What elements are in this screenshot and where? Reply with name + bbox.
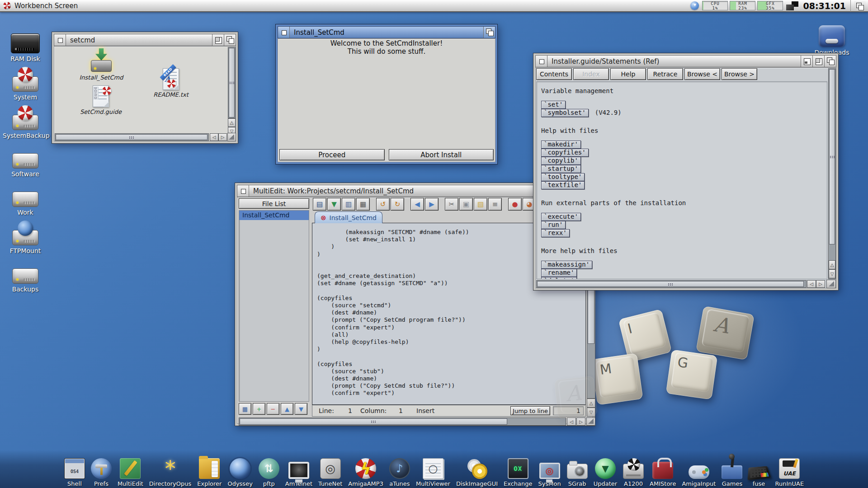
scrollbar-thumb[interactable]	[229, 48, 235, 117]
toolbar-macro-record-button[interactable]: ●	[508, 198, 522, 211]
close-gadget[interactable]	[54, 34, 66, 46]
guide-titlebar[interactable]: Installer.guide/Statements (Ref)	[535, 55, 836, 67]
guide-nav-browse-button[interactable]: Browse <	[684, 68, 720, 80]
panel-up-button[interactable]: ▲	[281, 403, 293, 415]
depth-gadget[interactable]	[483, 27, 495, 38]
toolbar-stats-button[interactable]: ≡	[488, 198, 502, 211]
abort-install-button[interactable]: Abort Install	[389, 149, 494, 160]
close-gadget[interactable]	[237, 185, 249, 197]
guide-link-rexx[interactable]: `rexx'	[541, 229, 570, 237]
close-gadget[interactable]	[536, 56, 547, 67]
dock-item-runinuae[interactable]: UAERunInUAE	[775, 458, 804, 487]
scroll-down-arrow[interactable]	[829, 269, 835, 278]
depth-gadget[interactable]	[224, 34, 236, 46]
tab-close-icon[interactable]	[321, 214, 326, 222]
toolbar-print-button[interactable]: ▦	[356, 198, 370, 211]
dock-item-amigaamp3[interactable]: ϟAmigaAMP3	[348, 458, 383, 487]
dock-item-odyssey[interactable]: Odyssey	[227, 458, 252, 487]
dock-item-multiedit[interactable]: MultiEdit	[118, 458, 143, 487]
scroll-left-arrow[interactable]	[210, 133, 218, 141]
desktop-icon-work[interactable]: Work	[3, 183, 48, 216]
panel-window-button[interactable]: ▦	[239, 403, 251, 415]
editor-horizontal-scrollbar[interactable]	[239, 418, 566, 426]
scrollbar-thumb[interactable]	[537, 281, 804, 287]
jump-to-line-button[interactable]: Jump to line	[510, 406, 550, 415]
close-gadget[interactable]	[278, 27, 290, 38]
screen-swap-icon[interactable]	[786, 1, 798, 10]
dock-item-shell[interactable]: OS4Shell	[64, 458, 85, 487]
dock-item-games[interactable]: Games	[722, 459, 742, 487]
file-list-item-install-setcmd[interactable]: Install_SetCmd	[239, 211, 309, 220]
dock-item-explorer[interactable]: Explorer	[197, 458, 222, 487]
horizontal-scrollbar[interactable]	[536, 280, 807, 288]
dock-item-diskimagegui[interactable]: DiskImageGUI	[456, 458, 498, 487]
dock-item-amtelnet[interactable]: AmTelnet	[285, 461, 312, 487]
proceed-button[interactable]: Proceed	[279, 149, 385, 160]
scroll-left-arrow[interactable]	[807, 280, 816, 288]
panel-remove-button[interactable]: −	[267, 403, 279, 415]
vertical-scrollbar[interactable]	[228, 47, 236, 118]
toolbar-redo-button[interactable]: ↻	[391, 198, 404, 211]
zoom-gadget[interactable]	[212, 34, 224, 46]
dock-item-prefs[interactable]: Prefs	[91, 458, 112, 487]
toolbar-cut-button[interactable]: ✂	[445, 198, 458, 211]
toolbar-open-file-button[interactable]: ▼	[327, 198, 341, 211]
toolbar-save-file-button[interactable]: ▥	[342, 198, 355, 211]
dock-item-atunes[interactable]: ♪aTunes	[389, 458, 410, 487]
scrollbar-thumb[interactable]	[240, 418, 507, 425]
guide-nav-browse-button[interactable]: Browse >	[722, 68, 757, 80]
guide-link-delete[interactable]: `delete'	[541, 277, 577, 279]
dock-item-sysmon[interactable]: ◎SysMon	[538, 462, 561, 487]
guide-nav-contents-button[interactable]: Contents	[536, 68, 572, 80]
dock-item-a1200[interactable]: A1200	[623, 460, 644, 487]
file-icon-install-setcmd[interactable]: Install_SetCmd	[76, 48, 126, 81]
editor-tab[interactable]: Install_SetCmd	[315, 211, 382, 223]
zoom-gadget[interactable]	[812, 56, 824, 67]
guide-nav-help-button[interactable]: Help	[610, 68, 646, 80]
toolbar-nav-back-button[interactable]: ◀	[410, 198, 424, 211]
toolbar-undo-button[interactable]: ↺	[376, 198, 390, 211]
dock-item-multiviewer[interactable]: ○MultiViewer	[416, 458, 450, 487]
file-icon-setcmd-guide[interactable]: GUIDESetCmd.guide	[76, 85, 126, 115]
horizontal-scrollbar[interactable]	[55, 133, 209, 141]
scrollbar-thumb[interactable]	[829, 69, 835, 244]
toolbar-new-file-button[interactable]: ▤	[313, 198, 326, 211]
depth-gadget[interactable]	[824, 56, 836, 67]
panel-add-button[interactable]: +	[253, 403, 265, 415]
desktop-icon-ram-disk[interactable]: RAM Disk	[3, 30, 48, 62]
desktop-icon-system[interactable]: System	[3, 68, 48, 101]
guide-nav-retrace-button[interactable]: Retrace	[647, 68, 683, 80]
scroll-right-arrow[interactable]	[816, 280, 825, 288]
resize-gadget[interactable]	[826, 280, 836, 288]
panel-down-button[interactable]: ▼	[295, 403, 307, 415]
desktop-icon-systembackup[interactable]: SystemBackup	[3, 107, 48, 139]
desktop-icon-downloads[interactable]: Downloads	[810, 23, 854, 56]
desktop-icon-backups[interactable]: Backups	[3, 260, 48, 293]
toolbar-copy-button[interactable]: ▣	[459, 198, 473, 211]
screen-depth-gadget[interactable]	[854, 1, 866, 11]
guide-link-symbolset[interactable]: `symbolset'	[541, 109, 589, 117]
scroll-right-arrow[interactable]	[576, 418, 585, 426]
toolbar-paste-button[interactable]: ▧	[474, 198, 487, 211]
dock-item-tunenet[interactable]: ◎TuneNet	[318, 458, 342, 487]
dock-item-fuse[interactable]: fuse	[748, 460, 769, 487]
dock-item-amistore[interactable]: AMIStore	[650, 458, 676, 487]
desktop-icon-software[interactable]: Software	[3, 145, 48, 178]
commodities-pulldown-icon[interactable]	[690, 1, 699, 10]
dock-item-directoryopus[interactable]: *DirectoryOpus	[149, 458, 191, 487]
iconify-gadget[interactable]	[801, 56, 812, 67]
file-icon-readme-txt[interactable]: READAREADME.txt	[146, 68, 196, 98]
guide-link-textfile[interactable]: `textfile'	[541, 181, 585, 189]
dock-item-pftp[interactable]: ⇅pftp	[259, 458, 279, 487]
scroll-right-arrow[interactable]	[218, 133, 227, 141]
scroll-left-arrow[interactable]	[567, 418, 576, 426]
dock-item-sgrab[interactable]: SGrab	[567, 460, 588, 487]
toolbar-nav-forward-button[interactable]: ▶	[425, 198, 439, 211]
scroll-up-arrow[interactable]	[829, 260, 835, 269]
resize-gadget[interactable]	[227, 133, 236, 141]
dock-item-amigainput[interactable]: AmigaInput	[682, 461, 716, 487]
scrollbar-thumb[interactable]	[56, 134, 208, 140]
desktop-icon-ftpmount[interactable]: FTPMount	[3, 222, 48, 254]
installer-titlebar[interactable]: Install_SetCmd	[278, 26, 495, 38]
scroll-up-arrow[interactable]	[228, 118, 236, 127]
